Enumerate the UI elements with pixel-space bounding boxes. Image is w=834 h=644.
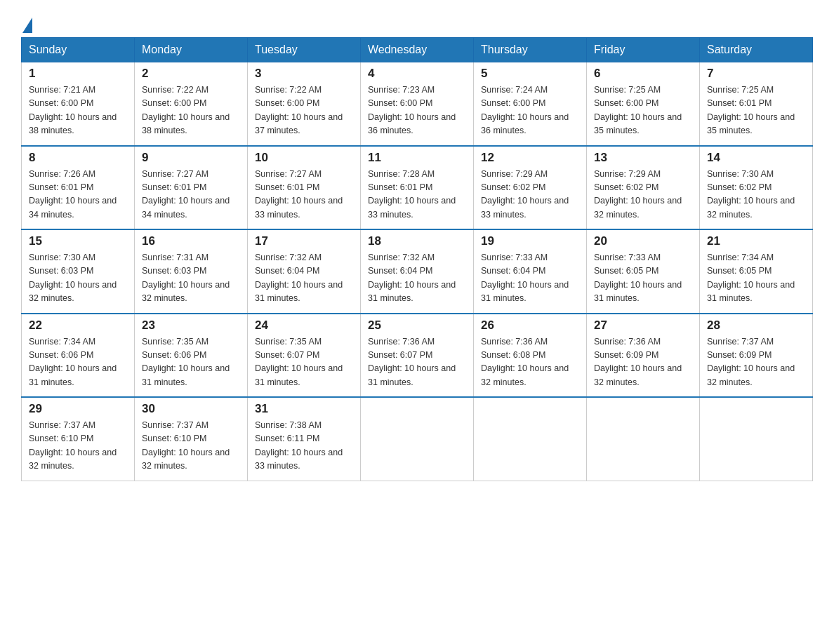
calendar-cell: 23Sunrise: 7:35 AMSunset: 6:06 PMDayligh… [135,314,248,398]
calendar-cell: 31Sunrise: 7:38 AMSunset: 6:11 PMDayligh… [248,397,361,481]
calendar-cell: 3Sunrise: 7:22 AMSunset: 6:00 PMDaylight… [248,62,361,146]
day-number: 29 [29,402,127,416]
calendar-cell: 17Sunrise: 7:32 AMSunset: 6:04 PMDayligh… [248,229,361,314]
day-info: Sunrise: 7:29 AMSunset: 6:02 PMDaylight:… [594,168,692,222]
day-number: 3 [255,67,353,81]
day-info: Sunrise: 7:35 AMSunset: 6:06 PMDaylight:… [142,335,240,390]
calendar-cell: 21Sunrise: 7:34 AMSunset: 6:05 PMDayligh… [700,229,813,314]
calendar-week-row: 15Sunrise: 7:30 AMSunset: 6:03 PMDayligh… [22,229,813,314]
day-number: 18 [368,234,466,248]
calendar-cell: 30Sunrise: 7:37 AMSunset: 6:10 PMDayligh… [135,397,248,481]
day-number: 30 [142,402,240,416]
day-info: Sunrise: 7:25 AMSunset: 6:01 PMDaylight:… [707,83,805,138]
day-number: 7 [707,67,805,81]
day-info: Sunrise: 7:37 AMSunset: 6:10 PMDaylight:… [29,419,127,474]
day-info: Sunrise: 7:22 AMSunset: 6:00 PMDaylight:… [142,83,240,138]
day-number: 21 [707,234,805,248]
day-number: 4 [368,67,466,81]
calendar-cell: 6Sunrise: 7:25 AMSunset: 6:00 PMDaylight… [587,62,700,146]
calendar-day-header: Friday [587,38,700,62]
logo-triangle-icon [22,18,32,33]
day-number: 5 [481,67,579,81]
day-info: Sunrise: 7:32 AMSunset: 6:04 PMDaylight:… [368,251,466,306]
day-info: Sunrise: 7:22 AMSunset: 6:00 PMDaylight:… [255,83,353,138]
calendar-cell [700,397,813,481]
day-info: Sunrise: 7:38 AMSunset: 6:11 PMDaylight:… [255,419,353,474]
calendar-day-header: Wednesday [361,38,474,62]
calendar-day-header: Thursday [474,38,587,62]
calendar-week-row: 22Sunrise: 7:34 AMSunset: 6:06 PMDayligh… [22,314,813,398]
day-number: 26 [481,318,579,333]
calendar-cell: 26Sunrise: 7:36 AMSunset: 6:08 PMDayligh… [474,314,587,398]
day-info: Sunrise: 7:33 AMSunset: 6:05 PMDaylight:… [594,251,692,306]
day-number: 16 [142,234,240,248]
day-number: 11 [368,151,466,165]
calendar-cell: 1Sunrise: 7:21 AMSunset: 6:00 PMDaylight… [22,62,135,146]
calendar-cell: 25Sunrise: 7:36 AMSunset: 6:07 PMDayligh… [361,314,474,398]
calendar-cell: 22Sunrise: 7:34 AMSunset: 6:06 PMDayligh… [22,314,135,398]
day-number: 2 [142,67,240,81]
day-info: Sunrise: 7:21 AMSunset: 6:00 PMDaylight:… [29,83,127,138]
calendar-week-row: 8Sunrise: 7:26 AMSunset: 6:01 PMDaylight… [22,146,813,230]
day-info: Sunrise: 7:36 AMSunset: 6:07 PMDaylight:… [368,335,466,390]
calendar-cell: 14Sunrise: 7:30 AMSunset: 6:02 PMDayligh… [700,146,813,230]
calendar-cell: 27Sunrise: 7:36 AMSunset: 6:09 PMDayligh… [587,314,700,398]
day-info: Sunrise: 7:27 AMSunset: 6:01 PMDaylight:… [255,168,353,222]
day-number: 20 [594,234,692,248]
calendar-cell: 9Sunrise: 7:27 AMSunset: 6:01 PMDaylight… [135,146,248,230]
calendar-cell [361,397,474,481]
day-number: 10 [255,151,353,165]
calendar-cell: 19Sunrise: 7:33 AMSunset: 6:04 PMDayligh… [474,229,587,314]
day-info: Sunrise: 7:27 AMSunset: 6:01 PMDaylight:… [142,168,240,222]
day-info: Sunrise: 7:34 AMSunset: 6:05 PMDaylight:… [707,251,805,306]
calendar-week-row: 1Sunrise: 7:21 AMSunset: 6:00 PMDaylight… [22,62,813,146]
day-number: 24 [255,318,353,333]
day-number: 12 [481,151,579,165]
day-number: 23 [142,318,240,333]
calendar-day-header: Monday [135,38,248,62]
day-number: 13 [594,151,692,165]
day-info: Sunrise: 7:28 AMSunset: 6:01 PMDaylight:… [368,168,466,222]
day-info: Sunrise: 7:37 AMSunset: 6:10 PMDaylight:… [142,419,240,474]
calendar-cell: 28Sunrise: 7:37 AMSunset: 6:09 PMDayligh… [700,314,813,398]
day-info: Sunrise: 7:24 AMSunset: 6:00 PMDaylight:… [481,83,579,138]
day-info: Sunrise: 7:26 AMSunset: 6:01 PMDaylight:… [29,168,127,222]
calendar-header-row: SundayMondayTuesdayWednesdayThursdayFrid… [22,38,813,62]
calendar-cell: 13Sunrise: 7:29 AMSunset: 6:02 PMDayligh… [587,146,700,230]
calendar-cell: 29Sunrise: 7:37 AMSunset: 6:10 PMDayligh… [22,397,135,481]
day-info: Sunrise: 7:30 AMSunset: 6:03 PMDaylight:… [29,251,127,306]
logo [21,14,34,30]
calendar-day-header: Saturday [700,38,813,62]
calendar-cell: 16Sunrise: 7:31 AMSunset: 6:03 PMDayligh… [135,229,248,314]
day-info: Sunrise: 7:34 AMSunset: 6:06 PMDaylight:… [29,335,127,390]
calendar-day-header: Sunday [22,38,135,62]
day-info: Sunrise: 7:32 AMSunset: 6:04 PMDaylight:… [255,251,353,306]
calendar-cell: 12Sunrise: 7:29 AMSunset: 6:02 PMDayligh… [474,146,587,230]
day-info: Sunrise: 7:37 AMSunset: 6:09 PMDaylight:… [707,335,805,390]
day-info: Sunrise: 7:23 AMSunset: 6:00 PMDaylight:… [368,83,466,138]
calendar-cell: 15Sunrise: 7:30 AMSunset: 6:03 PMDayligh… [22,229,135,314]
day-info: Sunrise: 7:29 AMSunset: 6:02 PMDaylight:… [481,168,579,222]
day-number: 14 [707,151,805,165]
calendar-cell: 11Sunrise: 7:28 AMSunset: 6:01 PMDayligh… [361,146,474,230]
calendar-cell: 20Sunrise: 7:33 AMSunset: 6:05 PMDayligh… [587,229,700,314]
day-number: 27 [594,318,692,333]
day-info: Sunrise: 7:25 AMSunset: 6:00 PMDaylight:… [594,83,692,138]
day-number: 19 [481,234,579,248]
day-info: Sunrise: 7:33 AMSunset: 6:04 PMDaylight:… [481,251,579,306]
calendar-cell: 7Sunrise: 7:25 AMSunset: 6:01 PMDaylight… [700,62,813,146]
calendar-cell: 18Sunrise: 7:32 AMSunset: 6:04 PMDayligh… [361,229,474,314]
calendar-cell [474,397,587,481]
calendar-cell [587,397,700,481]
calendar-table: SundayMondayTuesdayWednesdayThursdayFrid… [21,37,813,481]
day-info: Sunrise: 7:31 AMSunset: 6:03 PMDaylight:… [142,251,240,306]
day-number: 31 [255,402,353,416]
calendar-cell: 4Sunrise: 7:23 AMSunset: 6:00 PMDaylight… [361,62,474,146]
day-number: 15 [29,234,127,248]
day-number: 25 [368,318,466,333]
day-info: Sunrise: 7:35 AMSunset: 6:07 PMDaylight:… [255,335,353,390]
day-info: Sunrise: 7:36 AMSunset: 6:08 PMDaylight:… [481,335,579,390]
day-info: Sunrise: 7:36 AMSunset: 6:09 PMDaylight:… [594,335,692,390]
day-info: Sunrise: 7:30 AMSunset: 6:02 PMDaylight:… [707,168,805,222]
day-number: 8 [29,151,127,165]
